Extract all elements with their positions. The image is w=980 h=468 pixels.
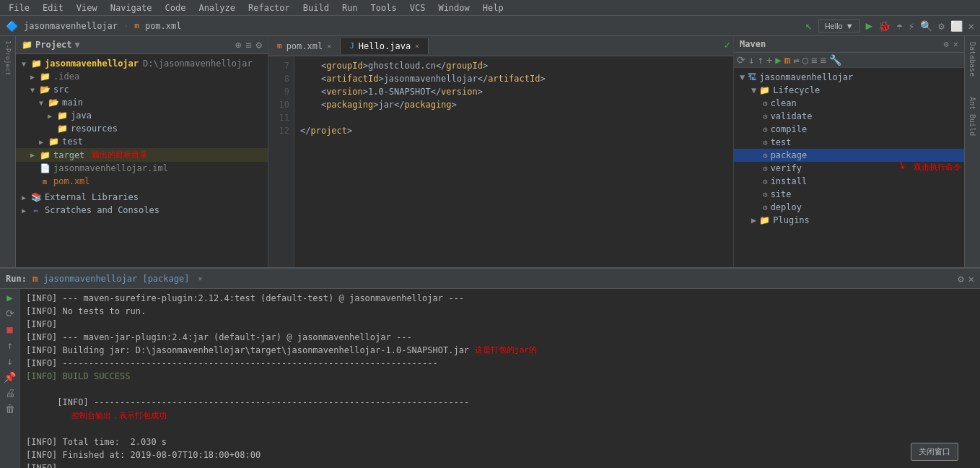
scroll-up-icon[interactable]: ↑ bbox=[6, 339, 12, 351]
maven-lifecycle[interactable]: ▼ 📁 Lifecycle bbox=[734, 84, 964, 97]
run-tab-close-icon[interactable]: ✕ bbox=[198, 274, 202, 282]
stop-icon[interactable]: ■ bbox=[6, 324, 12, 335]
trash-icon[interactable]: 🗑 bbox=[5, 403, 15, 415]
maven-close-icon[interactable]: ✕ bbox=[953, 39, 958, 49]
tree-pom[interactable]: ▶ m pom.xml bbox=[16, 175, 268, 188]
tree-idea[interactable]: ▶ 📁 .idea bbox=[16, 70, 268, 83]
maven-validate[interactable]: ⚙ validate bbox=[734, 110, 964, 123]
print-icon[interactable]: 🖨 bbox=[5, 387, 15, 399]
close-icon[interactable]: ✕ bbox=[968, 20, 974, 32]
coverage-icon[interactable]: ☂ bbox=[896, 20, 902, 32]
maven-lifecycle-label: Lifecycle bbox=[773, 85, 820, 95]
menu-analyze[interactable]: Analyze bbox=[193, 1, 241, 14]
maven-add-icon[interactable]: + bbox=[766, 54, 772, 66]
project-panel-title: Project bbox=[35, 40, 72, 50]
maximize-icon[interactable]: ⬜ bbox=[950, 20, 963, 32]
package-gear-icon: ⚙ bbox=[763, 151, 768, 160]
tree-scratches[interactable]: ▶ ✏ Scratches and Consoles bbox=[16, 204, 268, 217]
maven-list1-icon[interactable]: ≡ bbox=[811, 54, 817, 66]
scroll-down-icon[interactable]: ↓ bbox=[6, 355, 12, 367]
tree-resources[interactable]: ▶ 📁 resources bbox=[16, 122, 268, 135]
pin-icon[interactable]: 📌 bbox=[4, 371, 16, 383]
maven-site[interactable]: ⚙ site bbox=[734, 188, 964, 201]
rerun-icon[interactable]: ⟳ bbox=[6, 308, 14, 319]
maven-settings-icon[interactable]: ⚙ bbox=[944, 39, 949, 49]
tree-iml[interactable]: ▶ 📄 jasonmavenhellojar.iml bbox=[16, 162, 268, 175]
menu-build[interactable]: Build bbox=[297, 1, 335, 14]
collapse-icon[interactable]: ≡ bbox=[245, 39, 251, 51]
code-line-10: <packaging>jar</packaging> bbox=[300, 98, 727, 111]
project-header-icons: ⊕ ≡ ⚙ bbox=[235, 39, 262, 51]
editor-tab-bar: m pom.xml ✕ J Hello.java ✕ bbox=[268, 36, 733, 56]
play-run-icon[interactable]: ▶ bbox=[6, 292, 12, 303]
console-output[interactable]: [INFO] --- maven-surefire-plugin:2.12.4:… bbox=[20, 289, 980, 468]
menu-help[interactable]: Help bbox=[477, 1, 509, 14]
menu-vcs[interactable]: VCS bbox=[404, 1, 432, 14]
debug-icon[interactable]: 🐞 bbox=[878, 20, 891, 32]
menu-view[interactable]: View bbox=[71, 1, 103, 14]
maven-circle-icon[interactable]: ○ bbox=[802, 54, 808, 66]
maven-install[interactable]: ⚙ install bbox=[734, 175, 964, 188]
maven-plugins[interactable]: ▶ 📁 Plugins bbox=[734, 214, 964, 227]
root-folder-icon: 📁 bbox=[30, 58, 42, 69]
tree-java[interactable]: ▶ 📁 java bbox=[16, 109, 268, 122]
tree-ext-libs[interactable]: ▶ 📚 External Libraries bbox=[16, 191, 268, 204]
maven-sync-icon[interactable]: ⇌ bbox=[793, 54, 799, 66]
maven-download-icon[interactable]: ↓ bbox=[748, 54, 754, 66]
menu-window[interactable]: Window bbox=[432, 1, 475, 14]
site-gear-icon: ⚙ bbox=[763, 190, 768, 199]
maven-lifecycle-arrow-icon: ▼ bbox=[751, 85, 756, 95]
database-strip-label[interactable]: Database bbox=[967, 39, 978, 79]
dropdown-arrow-icon[interactable]: ▼ bbox=[75, 40, 80, 50]
tree-root[interactable]: ▼ 📁 jasonmavenhellojar D:\jasonmavenhell… bbox=[16, 57, 268, 70]
sync-icon[interactable]: ⊕ bbox=[235, 39, 241, 51]
maven-verify[interactable]: ⚙ verify ↑ 双击执行命令 bbox=[734, 162, 964, 175]
bottom-left-toolbar: ▶ ⟳ ■ ↑ ↓ 📌 🖨 🗑 bbox=[0, 289, 20, 468]
java-tab-close-icon[interactable]: ✕ bbox=[415, 42, 419, 50]
maven-compile[interactable]: ⚙ compile bbox=[734, 123, 964, 136]
menu-tools[interactable]: Tools bbox=[365, 1, 403, 14]
pom-tab-close-icon[interactable]: ✕ bbox=[327, 42, 331, 50]
maven-upload-icon[interactable]: ↑ bbox=[757, 54, 763, 66]
maven-list2-icon[interactable]: ≡ bbox=[821, 54, 826, 66]
tree-target[interactable]: ▶ 📁 target 输出的目标目录 bbox=[16, 148, 268, 162]
menu-refactor[interactable]: Refactor bbox=[242, 1, 296, 14]
run-config-button[interactable]: Hello ▼ bbox=[818, 20, 860, 32]
maven-root[interactable]: ▼ 🏗 jasonmavenhellojar bbox=[734, 71, 964, 84]
maven-refresh-icon[interactable]: ⟳ bbox=[737, 54, 745, 66]
maven-run-icon[interactable]: ▶ bbox=[775, 54, 781, 66]
console-line-8: [INFO] ---------------------------------… bbox=[26, 383, 974, 436]
maven-validate-label: validate bbox=[771, 111, 813, 121]
run-tab-label[interactable]: jasonmavenhellojar [package] bbox=[43, 274, 189, 284]
menu-run[interactable]: Run bbox=[336, 1, 364, 14]
menu-file[interactable]: File bbox=[3, 1, 35, 14]
tree-test[interactable]: ▶ 📁 test bbox=[16, 135, 268, 148]
project-strip-label[interactable]: 1-Project bbox=[3, 39, 13, 77]
maven-package[interactable]: ⚙ package bbox=[734, 149, 964, 162]
maven-wrench-icon[interactable]: 🔧 bbox=[829, 54, 841, 66]
menu-edit[interactable]: Edit bbox=[37, 1, 69, 14]
maven-test[interactable]: ⚙ test bbox=[734, 136, 964, 149]
run-icon[interactable]: ▶ bbox=[866, 19, 873, 32]
search-icon[interactable]: 🔍 bbox=[920, 20, 932, 32]
maven-m-icon[interactable]: m bbox=[784, 54, 790, 66]
bottom-settings-icon[interactable]: ⚙ bbox=[958, 273, 963, 285]
test-gear-icon: ⚙ bbox=[763, 138, 768, 147]
settings-icon[interactable]: ⚙ bbox=[938, 20, 944, 32]
profile-icon[interactable]: ⚡ bbox=[909, 20, 914, 32]
project-icon: 🔷 bbox=[6, 20, 18, 32]
tab-hello-java[interactable]: J Hello.java ✕ bbox=[341, 38, 429, 54]
menu-navigate[interactable]: Navigate bbox=[105, 1, 158, 14]
console-line-6: [INFO] ---------------------------------… bbox=[26, 357, 974, 370]
maven-clean[interactable]: ⚙ clean bbox=[734, 97, 964, 110]
bottom-close-icon[interactable]: ✕ bbox=[968, 273, 974, 285]
code-line-11 bbox=[300, 111, 727, 124]
console-line-7: [INFO] BUILD SUCCESS bbox=[26, 370, 974, 383]
settings-gear-icon[interactable]: ⚙ bbox=[256, 39, 262, 51]
tree-main[interactable]: ▼ 📂 main bbox=[16, 96, 268, 109]
menu-code[interactable]: Code bbox=[159, 1, 192, 14]
tab-pom-xml[interactable]: m pom.xml ✕ bbox=[268, 38, 341, 54]
ant-build-strip-label[interactable]: Ant Build bbox=[967, 94, 978, 139]
maven-deploy[interactable]: ⚙ deploy bbox=[734, 201, 964, 214]
tree-src[interactable]: ▼ 📂 src bbox=[16, 83, 268, 96]
